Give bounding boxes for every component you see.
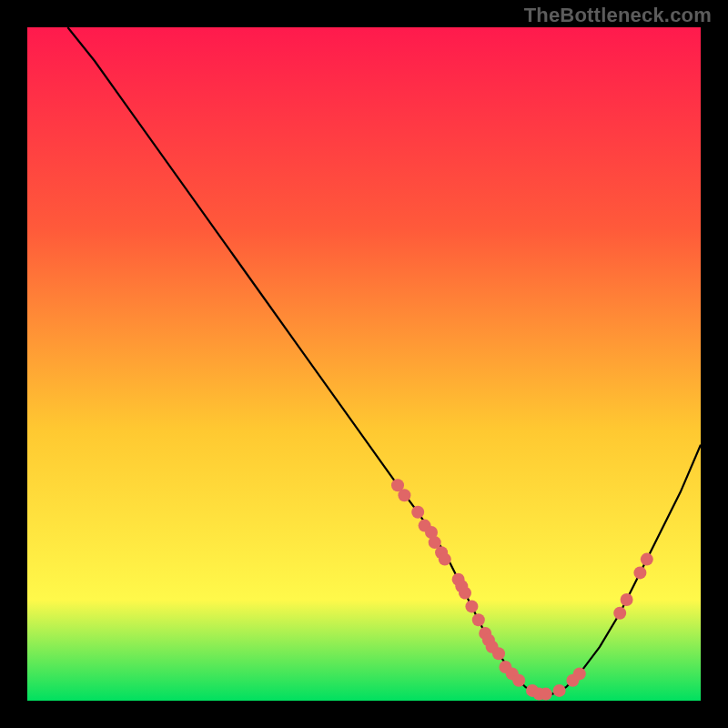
chart-svg [27, 27, 701, 701]
sample-point [540, 688, 552, 701]
watermark-text: TheBottleneck.com [524, 4, 712, 27]
sample-point [641, 553, 653, 566]
gradient-background [27, 27, 701, 701]
sample-point [492, 647, 505, 660]
sample-point [411, 506, 424, 519]
sample-point [633, 566, 646, 579]
sample-point [465, 600, 478, 612]
sample-point [512, 674, 525, 687]
sample-point [621, 593, 633, 606]
sample-point [573, 667, 586, 680]
sample-point [553, 684, 566, 697]
sample-point [398, 489, 410, 501]
sample-point [613, 607, 626, 620]
chart-frame: TheBottleneck.com [0, 0, 728, 728]
sample-point [459, 587, 471, 600]
plot-area [27, 27, 701, 701]
sample-point [472, 613, 485, 626]
sample-point [439, 553, 451, 566]
